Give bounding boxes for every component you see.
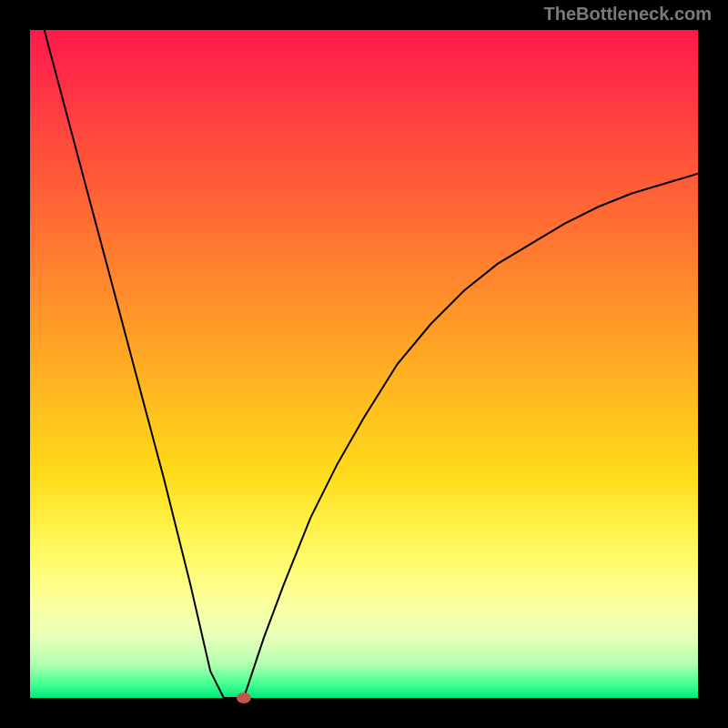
bottleneck-curve-left: [30, 0, 224, 698]
curve-overlay: [30, 30, 698, 698]
optimal-marker: [237, 693, 251, 703]
bottleneck-curve-right: [244, 174, 698, 698]
attribution-text: TheBottleneck.com: [544, 4, 712, 25]
chart-container: TheBottleneck.com: [0, 0, 728, 728]
